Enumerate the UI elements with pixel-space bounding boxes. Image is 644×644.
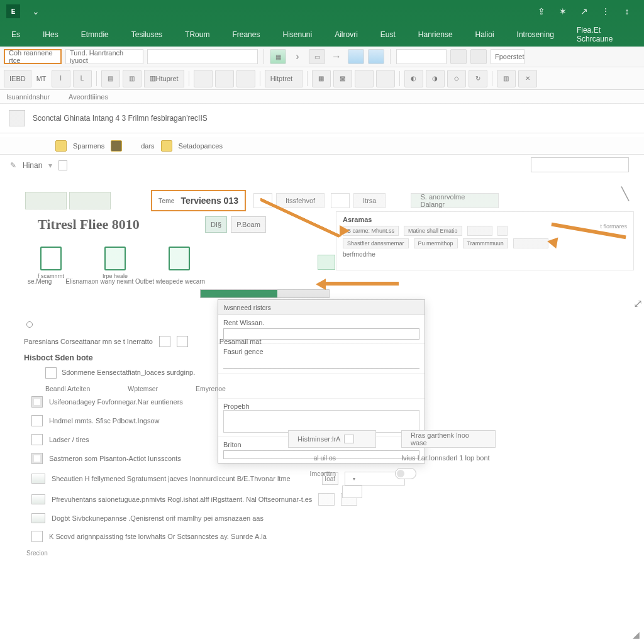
pill-b[interactable]: P.Boam (231, 216, 266, 233)
tab-0[interactable]: Es (0, 23, 31, 47)
pencil-icon[interactable]: ✎ (10, 161, 16, 170)
lr3-chk[interactable] (31, 434, 43, 445)
camera-icon[interactable] (161, 140, 172, 152)
act-3[interactable]: berfrnodrhe (343, 251, 375, 258)
tab-7[interactable]: Ailrovri (323, 23, 369, 47)
ribbon2-chip-12[interactable]: ◐ (404, 70, 423, 87)
ribbon-chip-green[interactable]: ▦ (270, 49, 286, 64)
layer-swatch[interactable] (9, 110, 25, 126)
tab-9[interactable]: Hanriense (407, 23, 464, 47)
act-1d[interactable] (497, 226, 508, 236)
green-doc-icon[interactable] (318, 255, 335, 270)
tab-11[interactable]: Introsening (506, 23, 565, 47)
ribbon-btn[interactable]: Fpoerstet (491, 49, 525, 64)
lr1-chk[interactable] (31, 396, 43, 408)
ribbon2-chip-6[interactable] (215, 70, 234, 87)
sec-chk[interactable] (45, 367, 57, 379)
tab-6[interactable]: Hisenuni (271, 23, 323, 47)
ribbon-input[interactable] (147, 49, 258, 64)
ribbon2-chip-10[interactable] (355, 70, 374, 87)
radio-1[interactable] (26, 321, 33, 328)
folder-icon[interactable] (55, 140, 67, 152)
act-1a[interactable]: B carme: Mhunt.ss (343, 226, 399, 236)
toggle[interactable] (395, 468, 416, 479)
ribbon-chip-1[interactable]: ▭ (309, 49, 325, 64)
titlebar-action-5-icon[interactable]: ↕ (616, 4, 638, 19)
annotation-arrow-a-head (340, 225, 350, 236)
tab-4[interactable]: TRoum (174, 23, 221, 47)
act-1b[interactable]: Matine shall Ematio (404, 226, 462, 236)
ribbon-chip-5[interactable] (470, 49, 487, 64)
page-icon[interactable] (58, 160, 67, 170)
ribbon2-chip-13[interactable]: ◑ (426, 70, 445, 87)
ribbon2-chip-16[interactable]: ▥ (497, 70, 516, 87)
ribbon2-chip-1[interactable]: I (52, 70, 70, 87)
tab-5[interactable]: Freanes (221, 23, 271, 47)
tab-3[interactable]: Tesiluses (120, 23, 174, 47)
titlebar-action-3-icon[interactable]: ↗ (574, 4, 595, 19)
ribbon2-first[interactable]: IEBD (4, 70, 31, 87)
ribbon2-chip-4[interactable]: ▥ (123, 70, 142, 87)
ctx-c[interactable]: Setadopances (179, 142, 223, 150)
tab-1[interactable]: IHes (31, 23, 70, 47)
ribbon2-chip-8[interactable]: ▦ (312, 70, 331, 87)
ribbon2-report[interactable]: ▥ Htupret (144, 70, 184, 87)
ribbon2-chip-5[interactable] (194, 70, 213, 87)
ctx-a[interactable]: Sparmens (73, 142, 104, 150)
lr4-chk[interactable] (31, 453, 43, 464)
tab-d[interactable]: S. anonrvolme Dalangr (411, 193, 499, 208)
tab-b[interactable]: Itssfehvof (276, 193, 325, 208)
card-1[interactable]: f scamnrnt (35, 247, 67, 279)
chk-b[interactable] (177, 336, 188, 347)
ribbon-chip-3[interactable] (368, 49, 384, 64)
lr8-chk[interactable] (31, 531, 43, 542)
tab-share[interactable]: Fiea.Et Schrcaune (565, 23, 644, 47)
num-input[interactable] (342, 486, 362, 498)
card-2[interactable]: Irpe heale (99, 247, 131, 279)
diagonal-icon[interactable]: ╲ (621, 186, 629, 201)
ribbon2-chip-11[interactable] (376, 70, 395, 87)
ribbon-chip-4[interactable] (450, 49, 467, 64)
pill-selected[interactable]: DI§ (205, 216, 227, 233)
ctx-b[interactable]: dars (141, 142, 154, 150)
act-2b[interactable]: Pu mermithop (414, 238, 458, 248)
ribbon2-chip-7[interactable] (236, 70, 255, 87)
clip-icon[interactable] (111, 140, 122, 152)
ribbon2-chip-17[interactable]: ✕ (518, 70, 537, 87)
dropdown-icon[interactable]: ⌄ (25, 4, 47, 19)
act-2a[interactable]: Shastfier danssmernar (343, 238, 409, 248)
tab-8[interactable]: Eust (369, 23, 407, 47)
search-input[interactable] (531, 157, 629, 172)
ribbon2-btn-mid[interactable]: Hitptret (265, 70, 303, 87)
tab-blank[interactable] (253, 193, 272, 208)
active-tab-highlight[interactable]: Teme Tervieens 013 (151, 190, 246, 211)
ribbon2-chip-15[interactable]: ↻ (469, 70, 487, 87)
ribbon-combo-accent[interactable]: Coh reannene rtce (4, 49, 62, 64)
ribbon2-chip-14[interactable]: ◇ (447, 70, 466, 87)
card-3[interactable] (164, 247, 195, 279)
ribbon-combo-b[interactable]: Tund. Hanrtranch iyuoct (65, 49, 143, 64)
resize-corner-icon[interactable]: ◢ (630, 629, 641, 640)
mini-chip-b[interactable] (69, 192, 111, 209)
titlebar-action-2-icon[interactable]: ✶ (552, 4, 574, 19)
act-2c[interactable]: Trammmmuun (463, 238, 508, 248)
ribbon-chip-2[interactable] (348, 49, 364, 64)
expand-icon[interactable]: ⤢ (633, 297, 643, 311)
tab-blank2[interactable] (331, 193, 350, 208)
btn-a[interactable]: Histminser:lrA (288, 430, 376, 448)
tab-2[interactable]: Etmndie (70, 23, 120, 47)
titlebar-action-1-icon[interactable]: ⇪ (531, 4, 552, 19)
ribbon-mid[interactable] (396, 49, 447, 64)
ribbon2-chip-2[interactable]: L (73, 70, 92, 87)
titlebar-action-4-icon[interactable]: ⋮ (595, 4, 616, 19)
tab-c[interactable]: Itrsa (353, 193, 386, 208)
lr2-chk[interactable] (31, 415, 43, 426)
ribbon2-chip-9[interactable]: ▩ (333, 70, 352, 87)
act-2d[interactable] (513, 238, 548, 248)
ribbon2-chip-3[interactable]: ▤ (101, 70, 120, 87)
tab-10[interactable]: Halioi (464, 23, 506, 47)
act-1c[interactable] (467, 226, 492, 236)
btn-b[interactable]: Rras garthenk lnoo wase (401, 430, 496, 448)
chk-a[interactable] (159, 336, 170, 347)
mini-chip-a[interactable] (25, 192, 67, 209)
